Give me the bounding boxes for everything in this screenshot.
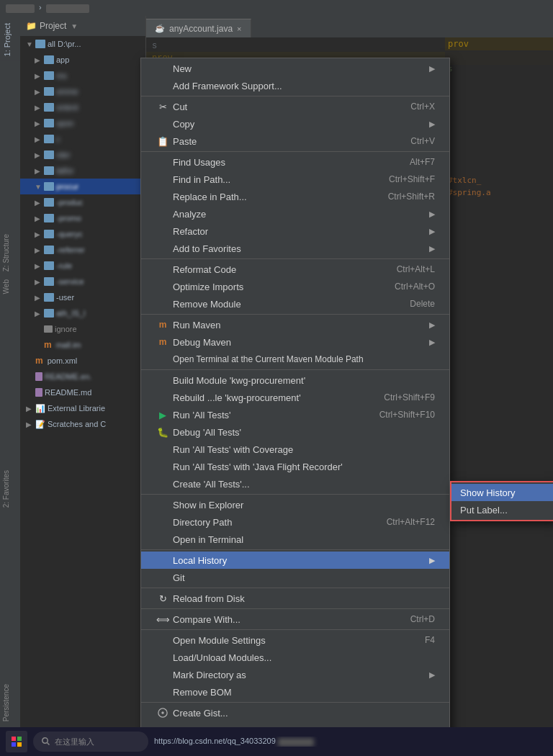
menu-item-compare-with[interactable]: ⟺ Compare With... Ctrl+D: [141, 611, 449, 628]
context-menu[interactable]: New ▶ Add Framework Support... ✂ Cut Ctr…: [140, 58, 450, 741]
tree-item-ext-libs[interactable]: ▶ 📊 External Librarie: [20, 400, 145, 416]
menu-item-create-gist[interactable]: Create Gist...: [141, 704, 449, 721]
tree-item-scratches[interactable]: ▶ 📝 Scratches and C: [20, 416, 145, 432]
menu-item-open-module-settings[interactable]: Open Module Settings F4: [141, 631, 449, 649]
url-blurred: [278, 738, 314, 747]
tree-item-rder[interactable]: ▶ rder: [20, 147, 145, 163]
debug-maven-icon: m: [156, 337, 170, 347]
sidebar-tab-structure[interactable]: Z: Structure: [0, 231, 20, 274]
menu-item-debug-all-tests[interactable]: 🐛 Debug 'All Tests': [141, 423, 449, 441]
menu-item-find-usages[interactable]: Find Usages Alt+F7: [141, 153, 449, 171]
menu-item-run-coverage[interactable]: Run 'All Tests' with Coverage: [141, 441, 449, 458]
start-button[interactable]: [6, 731, 27, 752]
menu-item-rebuild-module[interactable]: Rebuild ...le 'kwg-procurement' Ctrl+Shi…: [141, 389, 449, 406]
menu-item-run-all-tests[interactable]: ▶ Run 'All Tests' Ctrl+Shift+F10: [141, 406, 449, 423]
menu-item-load-unload[interactable]: Load/Unload Modules...: [141, 649, 449, 666]
tree-item-path[interactable]: ▶ ath_IS_l: [20, 305, 145, 321]
menu-item-paste[interactable]: 📋 Paste Ctrl+V: [141, 132, 449, 150]
file-icon: [35, 372, 42, 381]
tree-item-ms[interactable]: ▶ ms: [20, 68, 145, 84]
folder-icon: [44, 71, 54, 80]
menu-item-find-in-path[interactable]: Find in Path... Ctrl+Shift+F: [141, 171, 449, 188]
tree-item-readme-md[interactable]: ▶ README.md: [20, 384, 145, 400]
tree-item-readme-en[interactable]: ▶ README.en.: [20, 369, 145, 384]
run-tests-shortcut: Ctrl+Shift+F10: [379, 410, 435, 420]
project-dropdown-icon[interactable]: ▼: [71, 22, 78, 30]
tree-root[interactable]: ▼ all D:\pr...: [20, 36, 145, 52]
folder-icon: [44, 150, 54, 159]
local-history-submenu[interactable]: Show History Put Label...: [450, 481, 553, 521]
menu-item-remove-bom[interactable]: Remove BOM: [141, 683, 449, 701]
folder-icon: [44, 166, 54, 175]
menu-item-reformat[interactable]: Reformat Code Ctrl+Alt+L: [141, 261, 449, 278]
tree-item-mall[interactable]: ▶ m mall.im: [20, 337, 145, 353]
submenu-item-put-label[interactable]: Put Label...: [451, 501, 553, 518]
submenu-item-show-history[interactable]: Show History: [451, 484, 553, 501]
tree-item-procur[interactable]: ▼ procur: [20, 179, 145, 194]
top-bar: ›: [0, 0, 553, 16]
menu-item-analyze[interactable]: Analyze ▶: [141, 205, 449, 222]
tree-item-comme[interactable]: ▶ omme: [20, 84, 145, 99]
tab-close-icon[interactable]: ×: [237, 24, 241, 33]
tabs-bar: ☕ anyAccount.java ×: [146, 16, 553, 37]
tree-item-c[interactable]: ▶ c: [20, 131, 145, 147]
paste-shortcut: Ctrl+V: [410, 136, 435, 146]
menu-item-reload-disk[interactable]: ↻ Reload from Disk: [141, 590, 449, 607]
menu-item-copy[interactable]: Copy ▶: [141, 115, 449, 132]
svg-rect-2: [12, 737, 16, 741]
tree-item-ignore[interactable]: ▶ ignore: [20, 321, 145, 337]
tree-item-latfor[interactable]: ▶ latfor: [20, 163, 145, 179]
sidebar-tab-web[interactable]: Web: [0, 276, 20, 297]
cut-icon: ✂: [156, 102, 170, 112]
menu-item-add-framework[interactable]: Add Framework Support...: [141, 77, 449, 94]
menu-item-debug-maven[interactable]: m Debug Maven ▶: [141, 333, 449, 351]
folder-icon: [44, 246, 54, 254]
tree-item-user[interactable]: ▶ -user: [20, 289, 145, 305]
taskbar-search[interactable]: 在这里输入: [33, 732, 148, 752]
tree-item-app[interactable]: ▶ app: [20, 52, 145, 68]
menu-item-open-terminal-maven[interactable]: Open Terminal at the Current Maven Modul…: [141, 351, 449, 368]
tree-item-promo[interactable]: ▶ -promo: [20, 210, 145, 226]
editor-tab-anyaccount[interactable]: ☕ anyAccount.java ×: [146, 19, 251, 37]
submenu-arrow-debug-maven: ▶: [429, 338, 435, 347]
menu-item-optimize-imports[interactable]: Optimize Imports Ctrl+Alt+O: [141, 278, 449, 295]
menu-item-directory-path[interactable]: Directory Path Ctrl+Alt+F12: [141, 513, 449, 531]
folder-icon: [44, 309, 54, 318]
tree-item-content[interactable]: ▶ ontent: [20, 99, 145, 115]
tree-item-service[interactable]: ▶ -service: [20, 274, 145, 289]
sidebar-tab-persistence[interactable]: Persistence: [0, 681, 20, 724]
tree-item-upon[interactable]: ▶ upon: [20, 115, 145, 131]
rebuild-shortcut: Ctrl+Shift+F9: [384, 392, 435, 402]
top-bar-path: ›: [6, 3, 89, 12]
menu-item-add-favorites[interactable]: Add to Favorites ▶: [141, 240, 449, 257]
menu-item-cut[interactable]: ✂ Cut Ctrl+X: [141, 98, 449, 115]
run-tests-icon: ▶: [156, 410, 170, 420]
svg-point-6: [42, 738, 48, 744]
menu-item-new[interactable]: New ▶: [141, 60, 449, 77]
folder-icon: [35, 40, 45, 48]
menu-item-open-terminal[interactable]: Open in Terminal: [141, 531, 449, 548]
project-panel-header: 📁 Project ▼: [20, 16, 145, 36]
sidebar-tab-project[interactable]: 1: Project: [0, 19, 20, 60]
tree-item-pom[interactable]: ▶ m pom.xml: [20, 353, 145, 369]
tree-item-produc[interactable]: ▶ -produc: [20, 194, 145, 210]
remove-module-shortcut: Delete: [410, 299, 435, 309]
menu-item-run-maven[interactable]: m Run Maven ▶: [141, 316, 449, 333]
tree-item-rule[interactable]: ▶ -rule: [20, 258, 145, 274]
optimize-shortcut: Ctrl+Alt+O: [395, 282, 435, 292]
tree-item-queryc[interactable]: ▶ -queryc: [20, 226, 145, 242]
separator-6: [141, 494, 449, 495]
menu-item-remove-module[interactable]: Remove Module Delete: [141, 295, 449, 312]
menu-item-replace-in-path[interactable]: Replace in Path... Ctrl+Shift+R: [141, 188, 449, 205]
menu-item-mark-directory[interactable]: Mark Directory as ▶: [141, 666, 449, 683]
tree-item-referrer[interactable]: ▶ -referrer: [20, 242, 145, 258]
menu-item-show-explorer[interactable]: Show in Explorer: [141, 496, 449, 513]
menu-item-create-tests[interactable]: Create 'All Tests'...: [141, 475, 449, 492]
menu-item-git[interactable]: Git: [141, 569, 449, 586]
menu-item-local-history[interactable]: Local History ▶: [141, 552, 449, 569]
sidebar-tab-favorites[interactable]: 2: Favorites: [0, 467, 20, 510]
separator-7: [141, 549, 449, 550]
menu-item-refactor[interactable]: Refactor ▶: [141, 222, 449, 240]
menu-item-run-flight[interactable]: Run 'All Tests' with 'Java Flight Record…: [141, 458, 449, 475]
menu-item-build-module[interactable]: Build Module 'kwg-procurement': [141, 372, 449, 389]
